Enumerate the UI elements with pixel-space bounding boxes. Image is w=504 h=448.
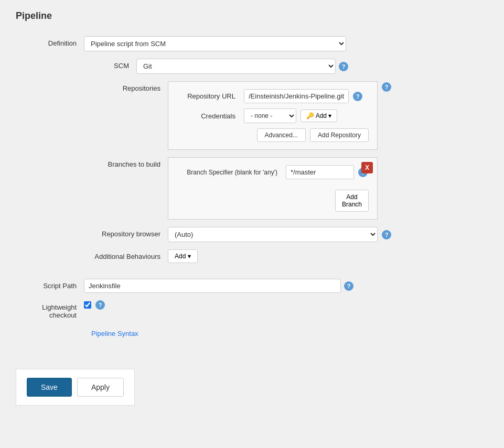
repositories-box: Repository URL ? Credentials - none - 🔑 … (168, 81, 378, 150)
lightweight-checkout-row: Lightweight checkout ? (16, 300, 488, 319)
definition-select[interactable]: Pipeline script from SCMPipeline script (84, 36, 346, 51)
additional-behaviours-row: Additional Behaviours Add ▾ (16, 249, 488, 263)
scm-label: SCM (84, 59, 136, 70)
repo-browser-row: Repository browser (Auto)Autobitbucketwe… (16, 227, 488, 242)
branch-specifier-input[interactable] (286, 165, 354, 179)
scm-control: GitNoneSubversion ? (136, 59, 488, 74)
additional-behaviours-label: Additional Behaviours (84, 249, 168, 260)
credentials-label: Credentials (177, 112, 240, 120)
branches-row: Branches to build X Branch Specifier (bl… (16, 157, 488, 220)
save-button[interactable]: Save (27, 378, 72, 397)
script-path-input[interactable] (84, 279, 341, 293)
lightweight-checkout-help-icon[interactable]: ? (95, 300, 105, 310)
advanced-button[interactable]: Advanced... (257, 128, 306, 142)
repo-url-help-icon[interactable]: ? (353, 92, 362, 101)
credentials-add-button[interactable]: 🔑 Add ▾ (301, 110, 337, 122)
branches-box: X Branch Specifier (blank for 'any') ? A… (168, 157, 378, 220)
repo-browser-label: Repository browser (84, 227, 168, 238)
scm-help-icon[interactable]: ? (339, 62, 348, 71)
scm-select[interactable]: GitNoneSubversion (136, 59, 336, 74)
content-area: Pipeline Definition Pipeline script from… (0, 0, 504, 416)
repositories-help-icon[interactable]: ? (382, 82, 391, 92)
page-title: Pipeline (16, 10, 488, 26)
script-path-help-icon[interactable]: ? (344, 281, 353, 291)
page-wrapper: Pipeline Definition Pipeline script from… (0, 0, 504, 448)
add-repository-button[interactable]: Add Repository (310, 128, 369, 142)
repo-url-label: Repository URL (177, 92, 240, 100)
lightweight-checkout-label: Lightweight checkout (16, 300, 84, 319)
repositories-row: Repositories Repository URL ? Credential… (16, 81, 488, 150)
branches-label: Branches to build (84, 157, 168, 168)
repo-actions: Advanced... Add Repository (177, 128, 369, 142)
definition-label: Definition (16, 36, 84, 47)
script-path-row: Script Path ? (16, 279, 488, 293)
apply-button[interactable]: Apply (77, 378, 124, 397)
scm-row: SCM GitNoneSubversion ? (16, 59, 488, 74)
add-branch-button[interactable]: AddBranch (335, 190, 369, 212)
lightweight-checkout-control: ? (84, 300, 488, 310)
lightweight-checkout-checkbox[interactable] (84, 301, 91, 309)
repo-browser-help-icon[interactable]: ? (382, 230, 391, 239)
pipeline-syntax-link[interactable]: Pipeline Syntax (91, 330, 138, 337)
definition-control: Pipeline script from SCMPipeline script (84, 36, 488, 51)
repo-url-input[interactable] (244, 89, 349, 103)
credentials-row: Credentials - none - 🔑 Add ▾ (177, 108, 369, 123)
bottom-bar: Save Apply (16, 369, 135, 406)
credentials-select[interactable]: - none - (244, 108, 296, 123)
definition-row: Definition Pipeline script from SCMPipel… (16, 36, 488, 51)
repo-browser-select[interactable]: (Auto)Autobitbucketwebcgitfisheyegitblit… (168, 227, 378, 242)
branch-specifier-label: Branch Specifier (blank for 'any') (177, 169, 282, 176)
repo-url-row: Repository URL ? (177, 89, 369, 103)
script-path-control: ? (84, 279, 488, 293)
branch-specifier-row: Branch Specifier (blank for 'any') ? (177, 165, 369, 179)
script-path-label: Script Path (16, 279, 84, 290)
branch-remove-button[interactable]: X (361, 162, 373, 173)
repositories-label: Repositories (84, 81, 168, 92)
add-behaviours-button[interactable]: Add ▾ (168, 249, 198, 263)
